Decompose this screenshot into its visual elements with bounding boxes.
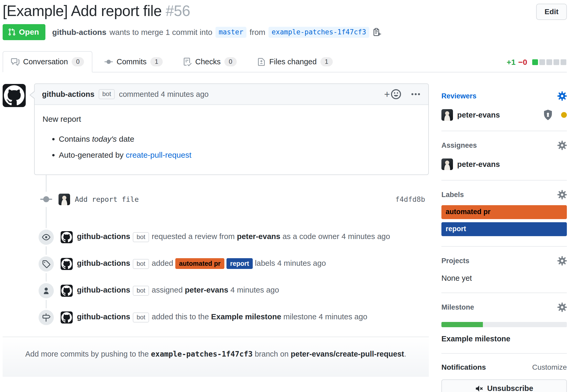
edit-button[interactable]: Edit: [536, 4, 567, 20]
tab-label: Checks: [195, 57, 221, 66]
customize-link[interactable]: Customize: [532, 363, 567, 372]
gear-icon: [557, 256, 567, 266]
plus-icon: +: [384, 89, 390, 99]
labels-gear-button[interactable]: [557, 190, 567, 199]
bullet-italic-text: today's: [92, 135, 117, 143]
reviewers-heading[interactable]: Reviewers: [441, 92, 477, 100]
tab-conversation[interactable]: Conversation 0: [3, 51, 92, 72]
timeline-event-milestone: github-actions bot added this to the Exa…: [3, 310, 429, 325]
unsubscribe-label: Unsubscribe: [487, 384, 533, 392]
sidebar-section-labels: Labels automated pr report: [441, 181, 567, 247]
assignees-gear-button[interactable]: [557, 141, 567, 150]
tab-label: Conversation: [23, 57, 68, 66]
copy-branch-button[interactable]: [372, 28, 381, 37]
event-actor[interactable]: github-actions: [77, 312, 130, 321]
label-automated-pr[interactable]: automated pr: [175, 258, 224, 269]
milestone-gear-button[interactable]: [557, 303, 567, 312]
page-title: [Example] Add report file #56: [3, 2, 530, 19]
merge-footer: Add more commits by pushing to the examp…: [3, 337, 429, 377]
avatar[interactable]: [3, 84, 26, 107]
assignee-row[interactable]: peter-evans: [441, 158, 567, 170]
comment-action-text[interactable]: commented 4 minutes ago: [119, 90, 209, 99]
diffstat-deletions: −0: [518, 58, 527, 67]
commit-message[interactable]: Add report file: [75, 195, 139, 203]
git-commit-icon: [104, 58, 113, 66]
avatar[interactable]: [61, 311, 73, 324]
gear-icon: [557, 91, 567, 101]
tab-label: Files changed: [269, 57, 317, 66]
avatar[interactable]: [59, 194, 70, 205]
create-pull-request-link[interactable]: create-pull-request: [126, 151, 191, 159]
diffstat[interactable]: +1 −0: [507, 58, 566, 67]
merge-footer-text: Add more commits by pushing to the: [25, 350, 149, 358]
avatar[interactable]: [61, 231, 73, 243]
label-report[interactable]: report: [226, 258, 253, 269]
event-time[interactable]: 4 minutes ago: [277, 259, 326, 267]
reviewers-gear-button[interactable]: [557, 91, 567, 101]
diffstat-block: [539, 59, 545, 65]
kebab-horizontal-icon: [410, 89, 421, 99]
smiley-icon: [390, 89, 402, 100]
tab-checks[interactable]: Checks 0: [175, 51, 245, 72]
milestone-link[interactable]: Example milestone: [441, 335, 510, 343]
timeline-event-labels-added: github-actions bot added automated pr re…: [3, 256, 429, 272]
bullet-text: Contains: [59, 135, 90, 143]
avatar[interactable]: [61, 285, 73, 297]
sidebar-section-projects: Projects None yet: [441, 247, 567, 293]
projects-gear-button[interactable]: [557, 256, 567, 266]
labels-heading-row: Labels: [441, 190, 567, 199]
github-octocat-icon: [61, 232, 72, 242]
event-phrase: milestone: [283, 312, 316, 321]
repo-name: peter-evans/create-pull-request: [291, 350, 404, 358]
event-subject[interactable]: peter-evans: [237, 232, 281, 241]
pr-number: #56: [166, 2, 190, 19]
event-subject[interactable]: peter-evans: [185, 285, 228, 294]
avatar: [441, 158, 453, 170]
merge-footer-text: .: [404, 350, 406, 358]
merge-sentence-text: wants to merge 1 commit into: [109, 28, 212, 37]
pr-content: github-actions bot commented 4 minutes a…: [3, 83, 567, 392]
notifications-heading-row: Notifications Customize: [441, 363, 567, 372]
pr-header: [Example] Add report file #56 Edit: [3, 2, 567, 19]
tab-commits[interactable]: Commits 1: [96, 51, 171, 72]
event-time[interactable]: 4 minutes ago: [341, 232, 390, 241]
milestone-heading-row: Milestone: [441, 303, 567, 312]
state-label: Open: [19, 28, 39, 36]
unsubscribe-button[interactable]: Unsubscribe: [441, 379, 567, 392]
sidebar-section-milestone: Milestone Example milestone: [441, 293, 567, 354]
clipboard-copy-icon: [372, 28, 381, 37]
event-time[interactable]: 4 minutes ago: [319, 312, 367, 321]
comment-header: github-actions bot commented 4 minutes a…: [35, 84, 428, 105]
event-actor[interactable]: github-actions: [77, 232, 130, 241]
reviewer-row[interactable]: peter-evans: [441, 109, 567, 121]
comment-author[interactable]: github-actions: [42, 90, 94, 99]
assignees-heading-row: Assignees: [441, 141, 567, 150]
file-diff-icon: [257, 58, 266, 66]
tag-icon: [39, 256, 54, 272]
bot-badge: bot: [99, 89, 115, 99]
event-subject[interactable]: Example milestone: [211, 312, 281, 321]
comment-actions: +: [384, 89, 421, 100]
bot-badge: bot: [133, 232, 149, 242]
milestone-heading: Milestone: [441, 303, 474, 311]
comment-bullet: Contains today's date: [59, 133, 420, 145]
label-report[interactable]: report: [441, 222, 567, 236]
event-actor[interactable]: github-actions: [77, 259, 130, 267]
label-automated-pr[interactable]: automated pr: [441, 205, 567, 219]
add-reaction-button[interactable]: +: [384, 89, 402, 100]
pr-author[interactable]: github-actions: [52, 28, 107, 37]
event-text: github-actions bot added this to the Exa…: [77, 312, 367, 322]
tab-files-changed[interactable]: Files changed 1: [249, 51, 341, 72]
pr-title-text: [Example] Add report file: [3, 2, 162, 19]
state-badge: Open: [3, 24, 45, 40]
diffstat-block: [532, 59, 538, 65]
tab-count: 0: [72, 57, 84, 66]
event-actor[interactable]: github-actions: [77, 285, 130, 294]
event-text: github-actions bot requested a review fr…: [77, 232, 390, 242]
avatar[interactable]: [61, 258, 73, 270]
assignees-heading: Assignees: [441, 141, 477, 150]
github-octocat-icon: [4, 85, 24, 106]
event-time[interactable]: 4 minutes ago: [230, 285, 279, 294]
kebab-menu-button[interactable]: [410, 89, 421, 99]
commit-sha[interactable]: f4dfd8b: [395, 195, 429, 203]
